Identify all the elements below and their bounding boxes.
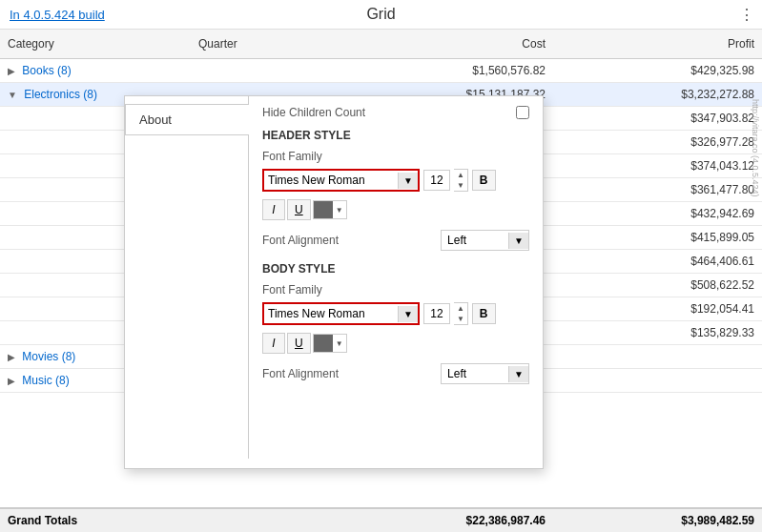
header-font-dropdown-arrow[interactable]: ▼	[398, 173, 418, 189]
header-style-buttons: I U ▼	[262, 199, 529, 220]
body-font-family-label: Font Family	[262, 283, 529, 297]
body-size-down-icon[interactable]: ▼	[454, 314, 467, 324]
body-color-arrow-icon[interactable]: ▼	[333, 339, 346, 348]
totals-label: Grand Totals	[0, 509, 191, 532]
header-font-family-label: Font Family	[262, 150, 529, 163]
body-alignment-label: Font Alignment	[262, 367, 441, 380]
body-align-arrow-icon[interactable]: ▼	[508, 366, 528, 382]
body-font-select-wrapper[interactable]: Times New Roman Arial Verdana Georgia Co…	[262, 302, 420, 325]
header-style-title: HEADER STYLE	[262, 129, 529, 142]
header-size-down-icon[interactable]: ▼	[454, 180, 467, 191]
grand-totals-row: Grand Totals $22,386,987.46 $3,989,482.5…	[0, 507, 762, 532]
grid-header: Category Quarter Cost Profit	[0, 30, 762, 59]
body-color-picker[interactable]: ▼	[313, 334, 347, 353]
settings-sidebar: About Hide Children Count HEADER STYLE F…	[125, 96, 543, 459]
body-alignment-select-wrapper[interactable]: Left Center Right ▼	[441, 363, 529, 384]
body-bold-button[interactable]: B	[472, 303, 496, 324]
chevron-right-icon[interactable]: ▶	[8, 376, 15, 386]
body-underline-button[interactable]: U	[287, 333, 311, 354]
totals-cost: $22,386,987.46	[381, 509, 553, 532]
hide-children-row: Hide Children Count	[262, 106, 529, 119]
header-font-size-spinners[interactable]: ▲ ▼	[454, 169, 468, 192]
body-alignment-select[interactable]: Left Center Right	[442, 364, 508, 383]
settings-content: Hide Children Count HEADER STYLE Font Fa…	[249, 96, 543, 459]
header-bold-button[interactable]: B	[472, 170, 496, 191]
header-alignment-select[interactable]: Left Center Right	[442, 231, 508, 250]
settings-nav: About	[125, 96, 249, 459]
body-font-size-input[interactable]	[423, 303, 450, 324]
body-font-size-spinners[interactable]: ▲ ▼	[454, 302, 468, 325]
body-alignment-row: Font Alignment Left Center Right ▼	[262, 363, 529, 384]
header-size-up-icon[interactable]: ▲	[454, 170, 467, 180]
app-header: In 4.0.5.424 build Grid ⋮	[0, 0, 762, 30]
hide-children-checkbox[interactable]	[516, 106, 529, 119]
col-category: Category	[0, 33, 191, 54]
chevron-right-icon[interactable]: ▶	[8, 66, 15, 76]
col-profit: Profit	[553, 33, 762, 54]
chevron-down-icon[interactable]: ▼	[8, 90, 17, 100]
app-title: Grid	[366, 6, 395, 23]
header-font-row: Times New Roman Arial Verdana Georgia Co…	[262, 169, 529, 192]
table-row: ▶ Books (8) $1,560,576.82 $429,325.98	[0, 59, 762, 83]
header-color-arrow-icon[interactable]: ▼	[333, 206, 346, 215]
body-italic-button[interactable]: I	[262, 333, 285, 354]
header-alignment-select-wrapper[interactable]: Left Center Right ▼	[441, 230, 529, 251]
body-style-buttons: I U ▼	[262, 333, 529, 354]
totals-profit: $3,989,482.59	[553, 509, 762, 532]
header-font-select-wrapper[interactable]: Times New Roman Arial Verdana Georgia Co…	[262, 169, 420, 192]
chevron-right-icon[interactable]: ▶	[8, 352, 15, 362]
quarter-cell	[191, 59, 381, 82]
category-cell[interactable]: ▶ Books (8)	[0, 59, 191, 82]
body-size-up-icon[interactable]: ▲	[454, 303, 467, 314]
body-font-row: Times New Roman Arial Verdana Georgia Co…	[262, 302, 529, 325]
body-style-title: BODY STYLE	[262, 262, 529, 276]
body-font-dropdown-arrow[interactable]: ▼	[398, 306, 418, 322]
settings-panel: About Hide Children Count HEADER STYLE F…	[124, 95, 544, 469]
body-color-swatch	[314, 335, 333, 352]
hide-children-label: Hide Children Count	[262, 106, 508, 119]
header-color-swatch	[314, 201, 333, 218]
header-font-size-input[interactable]	[423, 170, 450, 191]
profit-cell: $3,232,272.88	[553, 83, 762, 106]
cost-cell: $1,560,576.82	[381, 59, 553, 82]
menu-dots-icon[interactable]: ⋮	[739, 6, 754, 24]
build-link[interactable]: In 4.0.5.424 build	[10, 8, 105, 22]
profit-cell: $429,325.98	[553, 59, 762, 82]
nav-item-about[interactable]: About	[125, 104, 249, 135]
header-font-select[interactable]: Times New Roman Arial Verdana Georgia Co…	[264, 171, 398, 190]
header-align-arrow-icon[interactable]: ▼	[508, 233, 528, 249]
header-underline-button[interactable]: U	[287, 199, 311, 220]
header-color-picker[interactable]: ▼	[313, 200, 347, 219]
body-font-select[interactable]: Times New Roman Arial Verdana Georgia Co…	[264, 304, 398, 323]
header-alignment-label: Font Alignment	[262, 234, 441, 247]
col-quarter: Quarter	[191, 33, 381, 54]
header-italic-button[interactable]: I	[262, 199, 285, 220]
header-alignment-row: Font Alignment Left Center Right ▼	[262, 230, 529, 251]
col-cost: Cost	[381, 33, 553, 54]
